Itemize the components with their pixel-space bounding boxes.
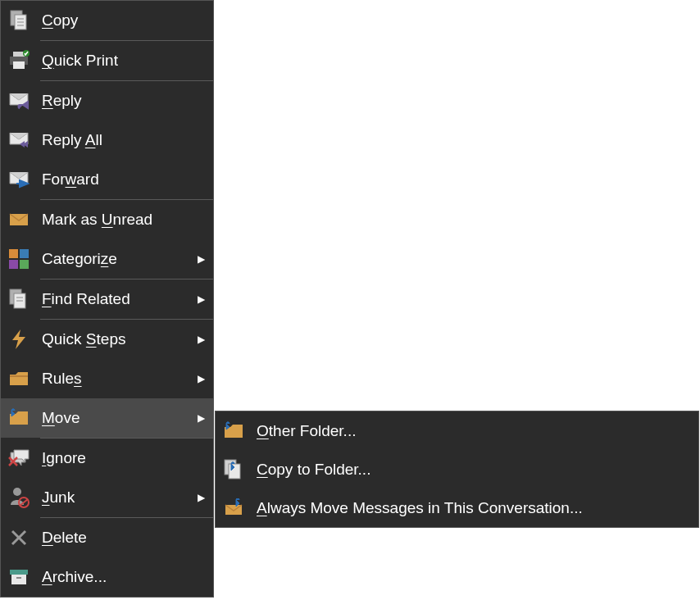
menu-item-archive[interactable]: Archive... xyxy=(1,557,213,597)
menu-label: Move xyxy=(42,409,191,427)
reply-all-icon xyxy=(6,127,32,153)
folder-icon xyxy=(220,418,247,444)
submenu-label: Copy to Folder... xyxy=(257,461,690,479)
svg-rect-7 xyxy=(13,61,25,69)
delete-icon xyxy=(6,525,32,551)
submenu-item-copy-to-folder[interactable]: Copy to Folder... xyxy=(216,450,698,489)
menu-item-quick-print[interactable]: Quick Print xyxy=(1,41,213,80)
menu-label: Forward xyxy=(42,170,205,189)
copy-icon xyxy=(6,7,32,34)
menu-label: Quick Steps xyxy=(42,330,191,348)
print-icon xyxy=(6,48,32,74)
menu-item-quick-steps[interactable]: Quick Steps ▶ xyxy=(1,320,213,359)
archive-icon xyxy=(6,564,32,590)
menu-item-reply-all[interactable]: Reply All xyxy=(1,120,213,160)
menu-label: Rules xyxy=(42,370,191,388)
menu-label: Find Related xyxy=(42,290,191,308)
svg-rect-18 xyxy=(10,375,28,377)
context-menu: Copy Quick Print Reply xyxy=(0,0,214,598)
submenu-item-other-folder[interactable]: Other Folder... xyxy=(216,411,698,450)
rules-icon xyxy=(6,366,32,392)
menu-item-rules[interactable]: Rules ▶ xyxy=(1,359,213,398)
reply-icon xyxy=(6,88,32,114)
menu-label: Reply All xyxy=(42,131,205,149)
svg-point-21 xyxy=(13,488,21,496)
submenu-item-always-move[interactable]: Always Move Messages in This Conversatio… xyxy=(216,489,698,527)
menu-label: Reply xyxy=(42,92,205,110)
submenu-arrow-icon: ▶ xyxy=(198,253,205,265)
menu-label: Copy xyxy=(42,11,205,30)
svg-rect-30 xyxy=(229,464,240,479)
submenu-arrow-icon: ▶ xyxy=(198,293,205,305)
menu-label: Ignore xyxy=(42,449,205,467)
menu-item-junk[interactable]: Junk ▶ xyxy=(1,478,213,517)
menu-item-delete[interactable]: Delete xyxy=(1,518,213,557)
lightning-icon xyxy=(6,326,32,352)
svg-rect-12 xyxy=(9,260,18,269)
svg-rect-11 xyxy=(20,249,29,258)
menu-label: Junk xyxy=(42,489,191,507)
envelope-icon xyxy=(6,207,32,233)
submenu-arrow-icon: ▶ xyxy=(198,492,205,503)
submenu-arrow-icon: ▶ xyxy=(198,412,205,424)
menu-label: Categorize xyxy=(42,250,191,268)
svg-rect-13 xyxy=(20,260,29,269)
menu-item-copy[interactable]: Copy xyxy=(1,1,213,40)
ignore-icon xyxy=(6,445,32,471)
svg-rect-10 xyxy=(9,249,18,258)
submenu-arrow-icon: ▶ xyxy=(198,373,205,384)
forward-icon xyxy=(6,166,32,193)
move-submenu: Other Folder... Copy to Folder... Always… xyxy=(215,411,699,528)
menu-item-ignore[interactable]: Ignore xyxy=(1,439,213,478)
submenu-arrow-icon: ▶ xyxy=(198,334,205,345)
categorize-icon xyxy=(6,246,32,272)
menu-item-categorize[interactable]: Categorize ▶ xyxy=(1,239,213,279)
menu-item-find-related[interactable]: Find Related ▶ xyxy=(1,280,213,319)
svg-rect-27 xyxy=(11,575,26,584)
menu-item-move[interactable]: Move ▶ xyxy=(1,398,213,438)
junk-icon xyxy=(6,484,32,511)
menu-label: Quick Print xyxy=(42,52,205,70)
submenu-label: Always Move Messages in This Conversatio… xyxy=(257,499,690,517)
menu-label: Delete xyxy=(42,529,205,547)
menu-label: Archive... xyxy=(42,568,205,586)
copy-folder-icon xyxy=(220,457,247,483)
svg-rect-28 xyxy=(16,577,21,579)
menu-label: Mark as Unread xyxy=(42,211,205,229)
submenu-label: Other Folder... xyxy=(257,422,690,440)
always-move-icon xyxy=(220,495,247,521)
svg-rect-26 xyxy=(10,570,28,575)
menu-item-forward[interactable]: Forward xyxy=(1,160,213,199)
menu-item-reply[interactable]: Reply xyxy=(1,81,213,120)
menu-item-mark-unread[interactable]: Mark as Unread xyxy=(1,200,213,239)
find-related-icon xyxy=(6,286,32,312)
svg-rect-5 xyxy=(13,52,25,57)
move-folder-icon xyxy=(6,405,32,431)
